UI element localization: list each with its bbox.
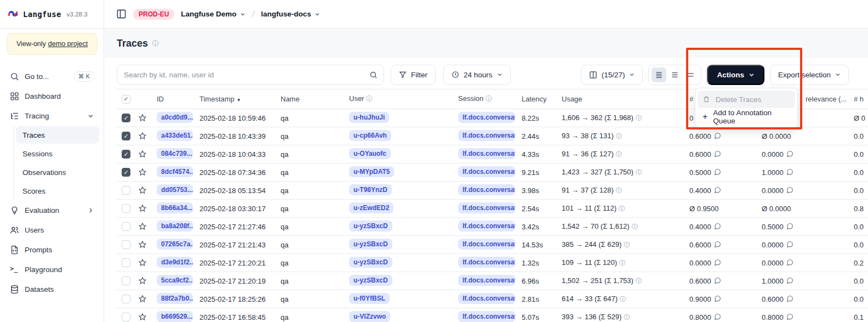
row-checkbox[interactable]: ✓ <box>122 222 130 231</box>
table-row[interactable]: ✓ 88f2a7b0... 2025-02-17 18:25:26 qa u-f… <box>116 290 868 308</box>
trace-id-badge[interactable]: a0cd0d9... <box>157 112 193 123</box>
row-checkbox[interactable]: ✓ <box>122 114 130 122</box>
session-badge[interactable]: lf.docs.conversation... <box>458 275 515 286</box>
actions-button[interactable]: Actions <box>707 65 764 85</box>
trace-id-badge[interactable]: dd05753... <box>157 184 193 195</box>
session-badge[interactable]: lf.docs.conversation... <box>458 311 515 322</box>
id-column-header[interactable]: ID <box>153 89 196 109</box>
trace-id-badge[interactable]: 8dcf4574... <box>157 166 193 177</box>
session-badge[interactable]: lf.docs.conversation... <box>458 184 515 195</box>
trace-id-badge[interactable]: b669529... <box>157 311 193 322</box>
table-row[interactable]: ✓ d3e9d1f2... 2025-02-17 21:20:21 qa u-y… <box>116 254 868 272</box>
timestamp-column-header[interactable]: Timestamp▼ <box>196 89 277 109</box>
project-selector[interactable]: langfuse-docs <box>261 10 320 18</box>
menu-item-add-to-annotation-queue[interactable]: + Add to Annotation Queue <box>698 108 795 126</box>
session-badge[interactable]: lf.docs.conversation... <box>458 166 515 177</box>
row-height-medium-button[interactable] <box>667 67 682 82</box>
column-visibility-button[interactable]: (15/27) <box>581 65 643 85</box>
session-badge[interactable]: lf.docs.conversation... <box>458 148 515 159</box>
user-column-header[interactable]: User ⓘ <box>346 89 455 109</box>
filter-button[interactable]: Filter <box>391 65 436 85</box>
timerange-button[interactable]: 24 hours <box>443 65 511 85</box>
favorite-star-icon[interactable] <box>138 295 147 303</box>
session-badge[interactable]: lf.docs.conversation... <box>458 293 515 304</box>
favorite-star-icon[interactable] <box>138 150 147 159</box>
session-column-header[interactable]: Session ⓘ <box>455 89 518 109</box>
sidebar-item-evaluation[interactable]: Evaluation <box>4 201 99 219</box>
user-badge[interactable]: u-huJhuJi <box>349 112 389 123</box>
session-badge[interactable]: lf.docs.conversation... <box>458 257 515 268</box>
session-badge[interactable]: lf.docs.conversation... <box>458 239 515 250</box>
table-row[interactable]: ✓ ba8a208f... 2025-02-17 21:27:46 qa u-y… <box>116 218 868 236</box>
sidebar-item-sessions[interactable]: Sessions <box>16 145 99 162</box>
user-badge[interactable]: u-yzSBxcD <box>349 239 392 250</box>
row-checkbox[interactable]: ✓ <box>122 258 130 267</box>
favorite-star-icon[interactable] <box>138 204 147 213</box>
select-all-checkbox[interactable]: ✓ <box>122 95 130 104</box>
user-badge[interactable]: u-VIZzvwo <box>349 311 390 322</box>
user-badge[interactable]: u-yzSBxcD <box>349 275 392 286</box>
name-column-header[interactable]: Name <box>277 89 346 109</box>
favorite-star-icon[interactable] <box>138 258 147 267</box>
trace-id-badge[interactable]: 8b66a34... <box>157 202 193 213</box>
row-checkbox[interactable]: ✓ <box>122 150 130 159</box>
row-checkbox[interactable]: ✓ <box>122 295 130 303</box>
favorite-star-icon[interactable] <box>138 276 147 285</box>
user-badge[interactable]: u-f0YfBSL <box>349 293 390 304</box>
table-row[interactable]: ✓ 5cca9cf2... 2025-02-17 21:20:19 qa u-y… <box>116 272 868 290</box>
trace-id-badge[interactable]: 88f2a7b0... <box>157 293 193 304</box>
row-checkbox[interactable]: ✓ <box>122 168 130 177</box>
trace-id-badge[interactable]: d3e9d1f2... <box>157 257 193 268</box>
favorite-star-icon[interactable] <box>138 240 147 249</box>
search-input[interactable] <box>117 71 363 79</box>
favorite-star-icon[interactable] <box>138 168 147 177</box>
goto-search[interactable]: Go to... ⌘ K <box>4 67 99 86</box>
favorite-star-icon[interactable] <box>138 132 147 140</box>
table-row[interactable]: ✓ 8b66a34... 2025-02-18 03:30:17 qa u-zE… <box>116 200 868 218</box>
sidebar-item-playground[interactable]: >_ Playground <box>4 260 99 279</box>
sidebar-item-dashboard[interactable]: Dashboard <box>4 87 99 105</box>
trace-id-badge[interactable]: 07265c7a... <box>157 239 193 250</box>
user-badge[interactable]: u-zEwdED2 <box>349 202 393 213</box>
trace-id-badge[interactable]: a433de51... <box>157 130 193 141</box>
user-badge[interactable]: u-yzSBxcD <box>349 221 392 231</box>
trace-id-badge[interactable]: 084c739... <box>157 148 193 159</box>
table-row[interactable]: ✓ 084c739... 2025-02-18 10:04:33 qa u-OY… <box>116 145 868 163</box>
sidebar-item-observations[interactable]: Observations <box>16 163 99 181</box>
trace-id-badge[interactable]: ba8a208f... <box>157 221 193 231</box>
table-row[interactable]: ✓ 8dcf4574... 2025-02-18 07:34:36 qa u-M… <box>116 163 868 182</box>
user-badge[interactable]: u-yzSBxcD <box>349 257 392 268</box>
sidebar-toggle-icon[interactable] <box>116 9 127 19</box>
favorite-star-icon[interactable] <box>138 222 147 231</box>
sidebar-item-tracing[interactable]: Tracing <box>4 106 99 125</box>
row-checkbox[interactable]: ✓ <box>122 186 130 195</box>
sidebar-item-prompts[interactable]: Prompts <box>4 240 99 259</box>
user-badge[interactable]: u-OYauofc <box>349 148 391 159</box>
row-checkbox[interactable]: ✓ <box>122 313 130 321</box>
user-badge[interactable]: u-T98YnzD <box>349 184 392 195</box>
row-checkbox[interactable]: ✓ <box>122 132 130 140</box>
favorite-star-icon[interactable] <box>138 313 147 321</box>
demo-project-link[interactable]: demo project <box>48 40 88 48</box>
session-badge[interactable]: lf.docs.conversation... <box>458 112 515 123</box>
row-height-small-button[interactable] <box>652 67 666 82</box>
session-badge[interactable]: lf.docs.conversation... <box>458 202 515 213</box>
favorite-star-icon[interactable] <box>138 114 147 122</box>
sidebar-item-datasets[interactable]: Datasets <box>4 280 99 298</box>
latency-column-header[interactable]: Latency <box>518 89 558 109</box>
table-row[interactable]: ✓ 07265c7a... 2025-02-17 21:21:43 qa u-y… <box>116 236 868 254</box>
session-badge[interactable]: lf.docs.conversation... <box>458 130 515 141</box>
favorite-star-icon[interactable] <box>138 186 147 195</box>
sidebar-item-traces[interactable]: Traces <box>16 126 99 144</box>
menu-item-delete-traces[interactable]: Delete Traces <box>698 91 795 108</box>
row-checkbox[interactable]: ✓ <box>122 240 130 249</box>
table-row[interactable]: ✓ dd05753... 2025-02-18 05:13:54 qa u-T9… <box>116 182 868 200</box>
trace-id-badge[interactable]: 5cca9cf2... <box>157 275 193 286</box>
search-icon[interactable] <box>363 71 384 79</box>
row-checkbox[interactable]: ✓ <box>122 204 130 213</box>
table-row[interactable]: ✓ a433de51... 2025-02-18 10:43:39 qa u-c… <box>116 127 868 145</box>
org-selector[interactable]: Langfuse Demo <box>181 10 245 18</box>
user-badge[interactable]: u-MYpDAT5 <box>349 166 394 177</box>
sidebar-item-scores[interactable]: Scores <box>16 182 99 200</box>
usage-column-header[interactable]: Usage <box>558 89 686 109</box>
